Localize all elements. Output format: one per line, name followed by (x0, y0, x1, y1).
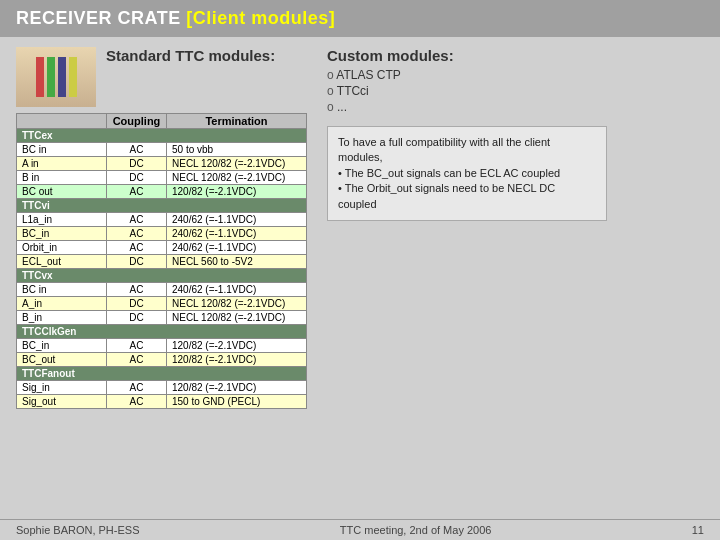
row-coupling: DC (107, 255, 167, 269)
table-row: BC outAC120/82 (=-2.1VDC) (17, 185, 307, 199)
title-text: RECEIVER CRATE [Client modules] (16, 8, 335, 29)
row-coupling: DC (107, 297, 167, 311)
ttc-table: Coupling Termination TTCexBC inAC50 to v… (16, 113, 307, 409)
col-coupling: Coupling (107, 114, 167, 129)
row-signal-name: BC_in (17, 339, 107, 353)
main-content: Standard TTC modules: Coupling Terminati… (0, 37, 720, 419)
custom-list: ATLAS CTPTTCci... (327, 68, 607, 114)
table-row: BC inAC240/62 (=-1.1VDC) (17, 283, 307, 297)
right-section: Custom modules: ATLAS CTPTTCci... To hav… (327, 47, 607, 409)
title-bar: RECEIVER CRATE [Client modules] (0, 0, 720, 37)
stripe-1 (36, 57, 44, 97)
row-coupling: AC (107, 241, 167, 255)
row-signal-name: L1a_in (17, 213, 107, 227)
table-row: Sig_inAC120/82 (=-2.1VDC) (17, 381, 307, 395)
row-coupling: AC (107, 213, 167, 227)
row-termination: NECL 120/82 (=-2.1VDC) (167, 311, 307, 325)
footer: Sophie BARON, PH-ESS TTC meeting, 2nd of… (0, 519, 720, 540)
table-row: BC_inAC120/82 (=-2.1VDC) (17, 339, 307, 353)
info-box: To have a full compatibility with all th… (327, 126, 607, 221)
standard-title: Standard TTC modules: (106, 47, 275, 68)
row-termination: NECL 120/82 (=-2.1VDC) (167, 157, 307, 171)
row-coupling: AC (107, 283, 167, 297)
row-coupling: AC (107, 143, 167, 157)
footer-author: Sophie BARON, PH-ESS (16, 524, 140, 536)
table-header-row: Coupling Termination (17, 114, 307, 129)
row-coupling: AC (107, 395, 167, 409)
header-row: Standard TTC modules: (16, 47, 307, 107)
custom-modules-header: Custom modules: ATLAS CTPTTCci... (327, 47, 607, 116)
row-termination: 50 to vbb (167, 143, 307, 157)
table-section-header: TTCex (17, 129, 307, 143)
section-name: TTCFanout (17, 367, 307, 381)
row-signal-name: BC_in (17, 227, 107, 241)
row-signal-name: BC_out (17, 353, 107, 367)
row-coupling: AC (107, 339, 167, 353)
table-section-header: TTCvx (17, 269, 307, 283)
col-termination: Termination (167, 114, 307, 129)
table-section-header: TTCClkGen (17, 325, 307, 339)
footer-page: 11 (692, 524, 704, 536)
section-name: TTCvx (17, 269, 307, 283)
row-termination: NECL 560 to -5V2 (167, 255, 307, 269)
logo (16, 47, 96, 107)
row-coupling: DC (107, 311, 167, 325)
title-highlight: [Client modules] (186, 8, 335, 28)
table-row: Orbit_inAC240/62 (=-1.1VDC) (17, 241, 307, 255)
row-signal-name: A_in (17, 297, 107, 311)
row-coupling: AC (107, 381, 167, 395)
table-section-header: TTCFanout (17, 367, 307, 381)
table-row: B inDCNECL 120/82 (=-2.1VDC) (17, 171, 307, 185)
footer-event: TTC meeting, 2nd of May 2006 (340, 524, 492, 536)
row-signal-name: ECL_out (17, 255, 107, 269)
table-row: ECL_outDCNECL 560 to -5V2 (17, 255, 307, 269)
row-signal-name: Orbit_in (17, 241, 107, 255)
stripe-4 (69, 57, 77, 97)
row-signal-name: Sig_out (17, 395, 107, 409)
table-row: A_inDCNECL 120/82 (=-2.1VDC) (17, 297, 307, 311)
logo-stripes (36, 57, 77, 97)
section-name: TTCvi (17, 199, 307, 213)
table-row: A inDCNECL 120/82 (=-2.1VDC) (17, 157, 307, 171)
table-row: BC_inAC240/62 (=-1.1VDC) (17, 227, 307, 241)
row-termination: 120/82 (=-2.1VDC) (167, 353, 307, 367)
row-signal-name: B in (17, 171, 107, 185)
row-signal-name: B_in (17, 311, 107, 325)
row-termination: 240/62 (=-1.1VDC) (167, 241, 307, 255)
col-name (17, 114, 107, 129)
row-termination: NECL 120/82 (=-2.1VDC) (167, 171, 307, 185)
row-coupling: AC (107, 185, 167, 199)
stripe-3 (58, 57, 66, 97)
table-row: BC inAC50 to vbb (17, 143, 307, 157)
row-termination: 240/62 (=-1.1VDC) (167, 283, 307, 297)
section-title: Standard TTC modules: (106, 47, 275, 64)
row-signal-name: BC in (17, 283, 107, 297)
section-name: TTCClkGen (17, 325, 307, 339)
left-section: Standard TTC modules: Coupling Terminati… (16, 47, 307, 409)
table-row: Sig_outAC150 to GND (PECL) (17, 395, 307, 409)
row-coupling: AC (107, 227, 167, 241)
stripe-2 (47, 57, 55, 97)
row-termination: 150 to GND (PECL) (167, 395, 307, 409)
row-signal-name: Sig_in (17, 381, 107, 395)
row-signal-name: BC in (17, 143, 107, 157)
row-termination: NECL 120/82 (=-2.1VDC) (167, 297, 307, 311)
table-row: L1a_inAC240/62 (=-1.1VDC) (17, 213, 307, 227)
row-termination: 240/62 (=-1.1VDC) (167, 227, 307, 241)
custom-title: Custom modules: (327, 47, 607, 64)
row-termination: 120/82 (=-2.1VDC) (167, 339, 307, 353)
row-signal-name: BC out (17, 185, 107, 199)
row-termination: 120/82 (=-2.1VDC) (167, 185, 307, 199)
row-termination: 240/62 (=-1.1VDC) (167, 213, 307, 227)
custom-list-item: ... (327, 100, 607, 114)
table-row: BC_outAC120/82 (=-2.1VDC) (17, 353, 307, 367)
row-coupling: DC (107, 171, 167, 185)
custom-list-item: ATLAS CTP (327, 68, 607, 82)
table-row: B_inDCNECL 120/82 (=-2.1VDC) (17, 311, 307, 325)
row-termination: 120/82 (=-2.1VDC) (167, 381, 307, 395)
table-section-header: TTCvi (17, 199, 307, 213)
row-coupling: DC (107, 157, 167, 171)
title-prefix: RECEIVER CRATE (16, 8, 186, 28)
row-coupling: AC (107, 353, 167, 367)
row-signal-name: A in (17, 157, 107, 171)
